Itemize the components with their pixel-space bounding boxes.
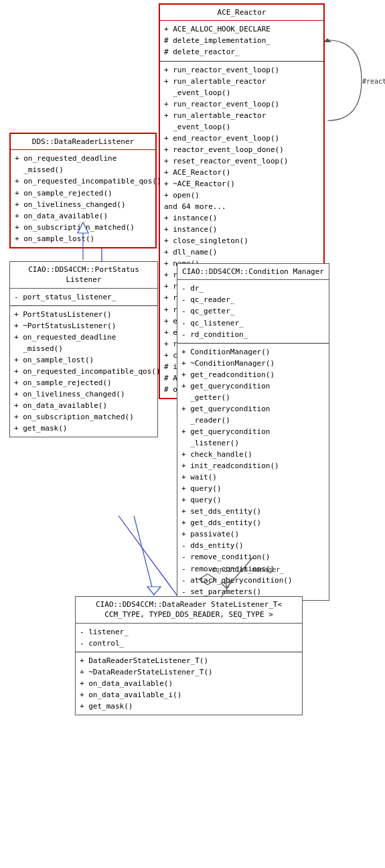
datareader-statelistener-title: CIAO::DDS4CCM::DataReader StateListener_… [76,597,302,624]
diagram-container: #reactor_ #reactor_ ACE_Reactor + ACE_AL… [0,0,385,868]
datareader-statelistener-box: CIAO::DDS4CCM::DataReader StateListener_… [75,596,303,715]
condition-manager-title: CIAO::DDS4CCM::Condition Manager [177,264,329,280]
port-status-listener-box: CIAO::DDS4CCM::PortStatus Listener - por… [9,261,158,437]
port-status-listener-title-text: CIAO::DDS4CCM::PortStatus Listener [28,265,139,284]
ace-reactor-title: ACE_Reactor [160,5,323,21]
port-status-listener-title: CIAO::DDS4CCM::PortStatus Listener [10,262,157,289]
condition-manager-section1: - dr_ - qc_reader_ - qc_getter_ - qc_lis… [177,280,329,343]
datareader-statelistener-title-text: CIAO::DDS4CCM::DataReader StateListener_… [96,600,282,619]
datareader-statelistener-attrs: - listener_ - control_ [80,626,298,649]
condition-manager-label: -condition_manager_ [208,566,284,573]
datareader-statelistener-section1: - listener_ - control_ [76,624,302,652]
port-status-listener-methods: + PortStatusListener() + ~PortStatusList… [14,309,153,435]
port-status-listener-attrs: - port_status_listener_ [14,291,153,303]
ace-reactor-section1: + ACE_ALLOC_HOOK_DECLARE # delete_implem… [160,21,323,61]
dds-datareaderlistener-title-text: DDS::DataReaderListener [32,137,134,146]
dds-datareaderlistener-title: DDS::DataReaderListener [11,134,155,150]
datareader-statelistener-section2: + DataReaderStateListener_T() + ~DataRea… [76,652,302,715]
condition-manager-attrs: - dr_ - qc_reader_ - qc_getter_ - qc_lis… [181,283,325,340]
svg-marker-13 [147,587,161,595]
svg-text:#reactor_: #reactor_ [362,78,385,86]
ace-reactor-title-text: ACE_Reactor [218,8,266,17]
ace-reactor-attrs: + ACE_ALLOC_HOOK_DECLARE # delete_implem… [164,23,319,58]
condition-manager-title-text: CIAO::DDS4CCM::Condition Manager [182,267,324,276]
port-status-listener-section1: - port_status_listener_ [10,289,157,306]
condition-manager-section2: + ConditionManager() + ~ConditionManager… [177,344,329,600]
svg-marker-9 [199,574,216,585]
dds-datareaderlistener-section1: + on_requested_deadline _missed() + on_r… [11,150,155,246]
condition-manager-box: CIAO::DDS4CCM::Condition Manager - dr_ -… [177,263,329,601]
diamond-connector [198,573,218,586]
datareader-statelistener-methods: + DataReaderStateListener_T() + ~DataRea… [80,655,298,712]
port-status-listener-section2: + PortStatusListener() + ~PortStatusList… [10,306,157,437]
condition-manager-methods: + ConditionManager() + ~ConditionManager… [181,346,325,597]
dds-datareaderlistener-methods: + on_requested_deadline _missed() + on_r… [15,153,151,244]
dds-datareaderlistener-box: DDS::DataReaderListener + on_requested_d… [9,133,157,248]
svg-line-12 [134,516,154,595]
